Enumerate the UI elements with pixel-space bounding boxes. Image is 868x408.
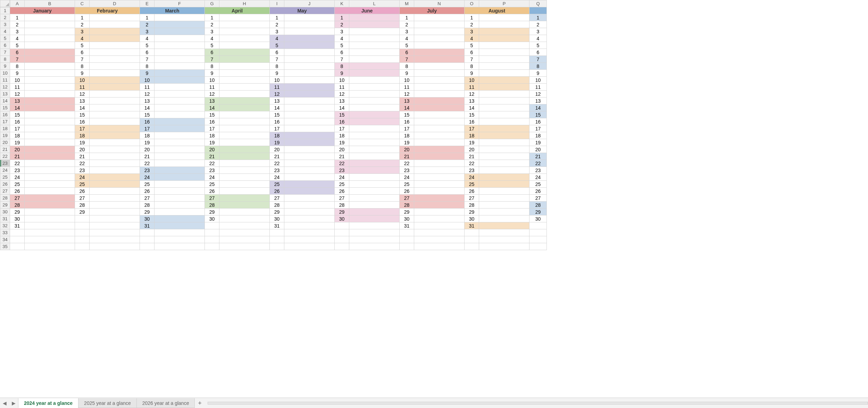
day-number-cell[interactable]: 24 (335, 174, 349, 181)
day-number-cell[interactable]: 17 (400, 125, 414, 132)
day-number-cell[interactable]: 4 (10, 35, 25, 42)
day-number-cell[interactable]: 6 (140, 49, 155, 56)
day-event-cell[interactable] (155, 132, 205, 139)
day-number-cell[interactable] (205, 243, 219, 250)
day-number-cell[interactable]: 3 (270, 28, 284, 35)
day-number-cell[interactable] (335, 222, 349, 229)
day-event-cell[interactable] (479, 153, 529, 160)
day-number-cell[interactable]: 14 (140, 104, 155, 111)
day-event-cell[interactable] (25, 236, 75, 243)
day-number-cell[interactable] (335, 229, 349, 236)
day-event-cell[interactable] (284, 104, 335, 111)
day-event-cell[interactable] (219, 160, 270, 167)
day-event-cell[interactable] (219, 209, 270, 215)
day-number-cell[interactable]: 7 (75, 56, 90, 63)
day-event-cell[interactable] (414, 243, 465, 250)
day-event-cell[interactable] (479, 181, 529, 188)
day-event-cell[interactable] (414, 195, 465, 202)
column-header[interactable]: J (284, 0, 335, 7)
day-event-cell[interactable] (349, 222, 400, 229)
day-number-cell[interactable]: 8 (205, 63, 219, 70)
day-number-cell[interactable]: 21 (140, 153, 155, 160)
day-event-cell[interactable] (414, 35, 465, 42)
day-event-cell[interactable] (90, 28, 140, 35)
day-event-cell[interactable] (349, 56, 400, 63)
day-number-cell[interactable]: 16 (140, 118, 155, 125)
day-event-cell[interactable] (414, 56, 465, 63)
day-number-cell[interactable]: 17 (140, 125, 155, 132)
day-number-cell[interactable]: 21 (335, 153, 349, 160)
sheet-tab[interactable]: 2025 year at a glance (78, 398, 137, 408)
day-number-cell[interactable]: 2 (465, 21, 479, 28)
row-header[interactable]: 18 (0, 125, 10, 132)
row-header[interactable]: 3 (0, 21, 10, 28)
column-header[interactable]: K (335, 0, 349, 7)
day-event-cell[interactable] (479, 146, 529, 153)
day-number-cell[interactable]: 22 (75, 160, 90, 167)
day-number-cell[interactable]: 18 (529, 132, 547, 139)
day-number-cell[interactable]: 5 (140, 42, 155, 49)
day-event-cell[interactable] (479, 63, 529, 70)
day-event-cell[interactable] (414, 21, 465, 28)
day-event-cell[interactable] (349, 202, 400, 209)
day-event-cell[interactable] (219, 49, 270, 56)
day-event-cell[interactable] (155, 188, 205, 195)
day-event-cell[interactable] (284, 91, 335, 97)
day-number-cell[interactable]: 10 (75, 77, 90, 84)
day-event-cell[interactable] (284, 202, 335, 209)
day-number-cell[interactable]: 5 (10, 42, 25, 49)
day-number-cell[interactable]: 26 (335, 188, 349, 195)
day-event-cell[interactable] (479, 229, 529, 236)
day-event-cell[interactable] (414, 229, 465, 236)
day-number-cell[interactable]: 1 (465, 14, 479, 21)
day-event-cell[interactable] (90, 104, 140, 111)
day-number-cell[interactable]: 20 (529, 146, 547, 153)
month-header[interactable]: August (465, 7, 529, 14)
day-number-cell[interactable]: 19 (205, 139, 219, 146)
day-event-cell[interactable] (284, 222, 335, 229)
day-number-cell[interactable]: 29 (529, 209, 547, 215)
day-event-cell[interactable] (349, 104, 400, 111)
day-event-cell[interactable] (284, 77, 335, 84)
day-number-cell[interactable]: 9 (335, 70, 349, 77)
day-event-cell[interactable] (219, 174, 270, 181)
day-event-cell[interactable] (479, 236, 529, 243)
day-number-cell[interactable]: 22 (10, 160, 25, 167)
day-event-cell[interactable] (90, 188, 140, 195)
day-event-cell[interactable] (284, 21, 335, 28)
day-number-cell[interactable]: 30 (205, 215, 219, 222)
month-header[interactable]: March (140, 7, 205, 14)
day-number-cell[interactable]: 11 (465, 84, 479, 91)
day-number-cell[interactable]: 13 (10, 97, 25, 104)
day-number-cell[interactable]: 15 (75, 111, 90, 118)
day-number-cell[interactable]: 24 (10, 174, 25, 181)
day-number-cell[interactable] (270, 243, 284, 250)
day-number-cell[interactable]: 18 (270, 132, 284, 139)
row-header[interactable]: 15 (0, 104, 10, 111)
day-number-cell[interactable] (10, 229, 25, 236)
day-number-cell[interactable]: 13 (140, 97, 155, 104)
day-number-cell[interactable]: 3 (140, 28, 155, 35)
day-number-cell[interactable]: 26 (205, 188, 219, 195)
day-number-cell[interactable]: 14 (10, 104, 25, 111)
day-number-cell[interactable]: 18 (10, 132, 25, 139)
day-number-cell[interactable] (75, 243, 90, 250)
day-number-cell[interactable]: 5 (270, 42, 284, 49)
day-number-cell[interactable]: 15 (270, 111, 284, 118)
day-number-cell[interactable] (465, 243, 479, 250)
day-event-cell[interactable] (155, 202, 205, 209)
day-number-cell[interactable]: 27 (205, 195, 219, 202)
month-header[interactable]: April (205, 7, 270, 14)
day-number-cell[interactable]: 10 (335, 77, 349, 84)
day-event-cell[interactable] (479, 28, 529, 35)
day-number-cell[interactable] (75, 236, 90, 243)
day-event-cell[interactable] (155, 63, 205, 70)
day-event-cell[interactable] (414, 181, 465, 188)
day-event-cell[interactable] (284, 97, 335, 104)
day-event-cell[interactable] (349, 229, 400, 236)
day-event-cell[interactable] (479, 139, 529, 146)
row-header[interactable]: 33 (0, 229, 10, 236)
row-header[interactable]: 27 (0, 188, 10, 195)
day-number-cell[interactable]: 21 (75, 153, 90, 160)
day-number-cell[interactable]: 16 (465, 118, 479, 125)
